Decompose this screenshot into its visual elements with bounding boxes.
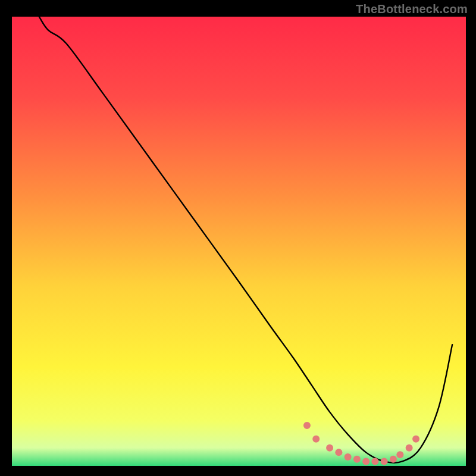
bottleneck-chart <box>0 0 476 476</box>
valley-marker <box>381 458 388 465</box>
valley-marker <box>412 436 419 443</box>
valley-marker <box>390 456 397 463</box>
watermark-text: TheBottleneck.com <box>356 2 468 16</box>
valley-marker <box>371 458 378 465</box>
valley-marker <box>303 422 311 429</box>
chart-container: TheBottleneck.com <box>0 0 476 476</box>
valley-marker <box>312 436 320 443</box>
valley-marker <box>362 458 369 465</box>
valley-marker <box>326 444 333 452</box>
valley-marker <box>406 444 413 452</box>
plot-background <box>12 17 466 466</box>
valley-marker <box>396 451 403 458</box>
valley-marker <box>345 453 352 461</box>
valley-marker <box>335 449 342 456</box>
valley-marker <box>353 456 361 463</box>
